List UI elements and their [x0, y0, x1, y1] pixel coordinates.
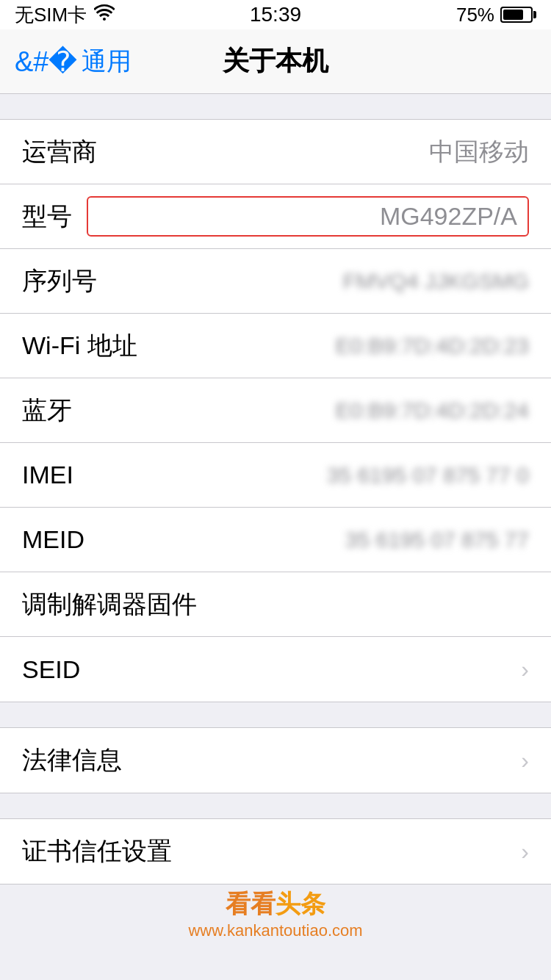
watermark-line2: www.kankantoutiao.com [188, 921, 362, 940]
watermark-text-part1: 看看 [226, 890, 276, 918]
list-item-cert[interactable]: 证书信任设置 › [0, 819, 551, 884]
wifi-field-label: Wi-Fi 地址 [22, 329, 137, 363]
battery-icon [500, 7, 536, 23]
nav-bar: &#� 通用 关于本机 [0, 29, 551, 94]
list-item-carrier: 运营商 中国移动 [0, 120, 551, 184]
wifi-icon [94, 4, 115, 25]
list-item-legal[interactable]: 法律信息 › [0, 728, 551, 793]
back-label: 通用 [82, 45, 132, 79]
serial-field-value: FMVQ4 JJKGSMG [112, 269, 529, 294]
back-button[interactable]: &#� 通用 [15, 45, 132, 79]
main-list-group: 运营商 中国移动 型号 MG492ZP/A 序列号 FMVQ4 JJKGSMG … [0, 119, 551, 702]
carrier-field-value: 中国移动 [112, 135, 529, 169]
list-item-wifi: Wi-Fi 地址 E0:B9:7D:4D:2D:23 [0, 314, 551, 378]
model-field-value: MG492ZP/A [87, 196, 529, 237]
back-chevron-icon: &#� [15, 46, 77, 78]
imei-field-label: IMEI [22, 461, 73, 489]
legal-chevron-icon: › [521, 747, 529, 774]
list-item-seid[interactable]: SEID › [0, 637, 551, 702]
serial-field-label: 序列号 [22, 264, 97, 298]
list-item-model: 型号 MG492ZP/A [0, 184, 551, 249]
battery-percent: 75% [456, 4, 494, 26]
bluetooth-field-value: E0:B9:7D:4D:2D:24 [87, 398, 529, 423]
cert-label: 证书信任设置 [22, 835, 172, 868]
meid-field-label: MEID [22, 525, 84, 554]
section-gap-3 [0, 793, 551, 818]
watermark: 看看头条 www.kankantoutiao.com [188, 887, 362, 940]
modem-firmware-label: 调制解调器固件 [22, 588, 197, 621]
carrier-label: 无SIM卡 [15, 2, 87, 28]
imei-field-value: 35 6195 07 875 77 0 [88, 463, 529, 488]
bluetooth-field-label: 蓝牙 [22, 394, 72, 428]
list-item-imei: IMEI 35 6195 07 875 77 0 [0, 443, 551, 508]
legal-label: 法律信息 [22, 743, 122, 777]
watermark-text-part2: 头条 [276, 890, 325, 918]
seid-field-label: SEID [22, 655, 80, 684]
list-item-meid: MEID 35 6195 07 875 77 [0, 508, 551, 572]
section-gap-2 [0, 702, 551, 727]
status-bar: 无SIM卡 15:39 75% [0, 0, 551, 29]
watermark-area: 看看头条 www.kankantoutiao.com [0, 884, 551, 943]
list-item-bluetooth: 蓝牙 E0:B9:7D:4D:2D:24 [0, 378, 551, 443]
status-time: 15:39 [250, 3, 301, 26]
seid-chevron-icon: › [521, 656, 529, 683]
cert-chevron-icon: › [521, 838, 529, 865]
cert-list-group: 证书信任设置 › [0, 818, 551, 884]
list-item-serial: 序列号 FMVQ4 JJKGSMG [0, 249, 551, 314]
page-title: 关于本机 [223, 43, 328, 79]
status-right: 75% [456, 4, 536, 26]
section-gap-1 [0, 94, 551, 119]
carrier-field-label: 运营商 [22, 135, 97, 169]
list-item-modem-firmware: 调制解调器固件 [0, 572, 551, 637]
wifi-field-value: E0:B9:7D:4D:2D:23 [152, 334, 529, 359]
status-left: 无SIM卡 [15, 2, 115, 28]
meid-field-value: 35 6195 07 875 77 [99, 527, 529, 552]
watermark-line1: 看看头条 [188, 887, 362, 921]
model-field-label: 型号 [22, 200, 72, 234]
legal-list-group: 法律信息 › [0, 727, 551, 793]
